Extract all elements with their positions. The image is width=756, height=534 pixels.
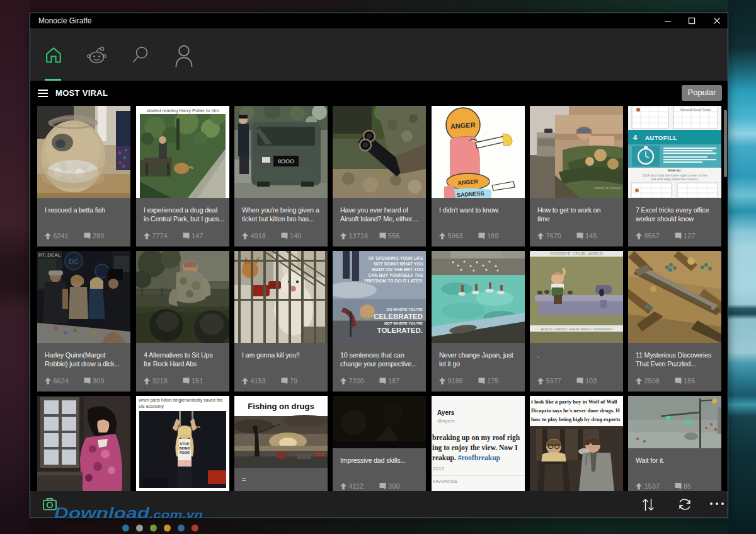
svg-text:GOODBYE, CRUEL WORLD: GOODBYE, CRUEL WORLD: [550, 252, 604, 256]
svg-text:NOT DOING WHAT YOU: NOT DOING WHAT YOU: [374, 262, 423, 266]
svg-text:Dicaprio says he's never done: Dicaprio says he's never done drugs. H: [531, 407, 620, 414]
svg-text:2013: 2013: [433, 466, 444, 472]
svg-text:t look like a party boy in Wol: t look like a party boy in Wolf of Wall: [531, 398, 617, 405]
svg-text:started reading Harry Potter t: started reading Harry Potter to him: [146, 108, 219, 113]
svg-text:@ayers: @ayers: [437, 418, 455, 424]
svg-text:when paris hilton singlehanded: when paris hilton singlehandedly saved t…: [138, 398, 223, 403]
svg-text:How to:: How to:: [668, 168, 682, 172]
svg-text:cell and drag down the column.: cell and drag down the column.: [651, 177, 699, 181]
svg-text:Daniil, le Russe: Daniil, le Russe: [594, 186, 621, 190]
svg-text:TOLERATED.: TOLERATED.: [377, 327, 423, 334]
svg-text:CAN BUY YOURSELF THE: CAN BUY YOURSELF THE: [368, 273, 423, 277]
svg-text:CELEBRATED: CELEBRATED: [374, 313, 423, 320]
svg-text:Microsoft Excel Tricks: Microsoft Excel Tricks: [680, 108, 711, 112]
svg-text:GO WHERE YOU'RE: GO WHERE YOU'RE: [386, 308, 423, 311]
svg-text:reakup. #roofbreakup: reakup. #roofbreakup: [432, 454, 500, 462]
svg-text:ing to enjoy the view. Now I: ing to enjoy the view. Now I: [432, 444, 518, 452]
svg-text:how to play being high by drug: how to play being high by drug experts: [531, 416, 621, 422]
svg-text:BEING: BEING: [179, 446, 190, 450]
svg-text:STOP: STOP: [180, 442, 190, 446]
svg-text:OF SPENDING YOUR LIFE: OF SPENDING YOUR LIFE: [369, 256, 424, 260]
svg-text:Fishing on drugs: Fishing on drugs: [248, 402, 314, 411]
svg-text:4: 4: [633, 134, 638, 141]
svg-text:JESUS CHRIST, WHAT WAS I THINK: JESUS CHRIST, WHAT WAS I THINKING?: [540, 327, 613, 331]
svg-text:POOR: POOR: [180, 451, 190, 455]
svg-text:FAVORITES: FAVORITES: [433, 479, 457, 484]
svg-text:US economy: US economy: [139, 404, 164, 409]
svg-text:NOT WHERE YOU'RE: NOT WHERE YOU'RE: [384, 322, 423, 325]
svg-text:FREEDOM TO DO IT LATER.: FREEDOM TO DO IT LATER.: [364, 279, 423, 283]
svg-text:AUTOFILL: AUTOFILL: [645, 134, 677, 141]
svg-text:8OOO: 8OOO: [278, 158, 294, 165]
svg-text:Ayers: Ayers: [437, 409, 455, 416]
svg-text:WANT ON THE BET YOU: WANT ON THE BET YOU: [372, 267, 423, 272]
svg-text:breaking up on my roof righ: breaking up on my roof righ: [432, 434, 520, 442]
